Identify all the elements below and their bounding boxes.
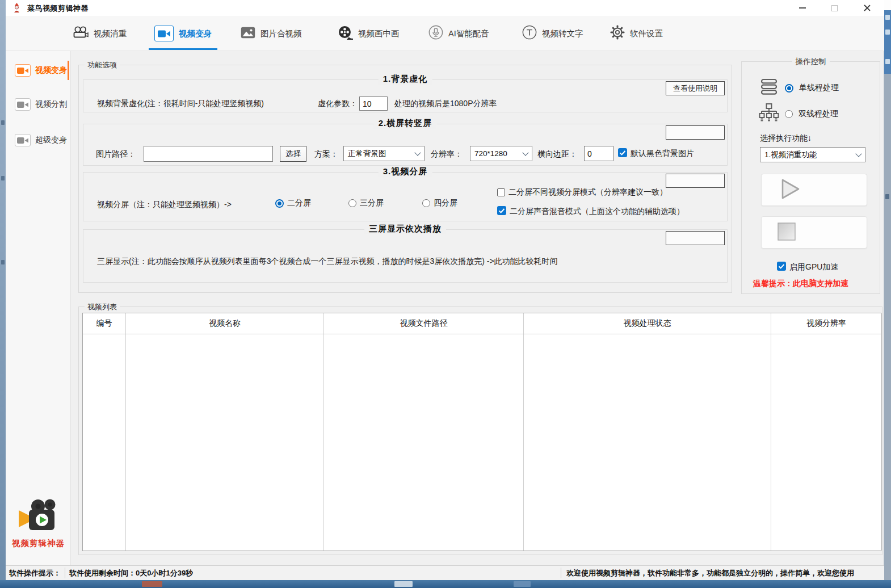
function-select[interactable]: 1.视频消重功能	[760, 147, 865, 162]
status-bar: 软件操作提示： 软件使用剩余时间：0天0小时1分39秒 欢迎使用视频剪辑神器，软…	[6, 565, 884, 580]
close-icon	[863, 4, 871, 12]
text-t-icon	[522, 25, 537, 42]
taskbar-icon-fragment	[394, 581, 413, 587]
desktop-fragment	[1, 176, 5, 180]
help-button[interactable]	[666, 125, 725, 140]
control-panel-title: 操作控制	[792, 57, 830, 67]
radio-selected-icon	[275, 199, 284, 208]
picture-icon	[241, 27, 255, 41]
blur-param-input[interactable]	[359, 96, 388, 111]
checkbox-label: 二分屏声音混音模式（上面这个功能的辅助选项）	[510, 207, 684, 217]
function-value: 1.视频消重功能	[764, 150, 817, 160]
projector-icon	[73, 26, 89, 41]
table-header-divider	[83, 334, 881, 334]
dual-thread-row[interactable]: 双线程处理	[759, 103, 838, 125]
sidebar-item-super-transform[interactable]: 超级变身	[6, 131, 69, 150]
section-title: 2.横屏转竖屏	[374, 118, 437, 129]
status-separator	[65, 568, 65, 578]
chevron-down-icon	[855, 150, 861, 157]
column-header-status[interactable]: 视频处理状态	[524, 318, 771, 329]
tab-label: 视频转文字	[542, 28, 583, 39]
app-logo-icon	[12, 3, 22, 15]
movie-camera-icon	[14, 526, 63, 535]
film-reel-icon	[338, 26, 353, 42]
sidebar-item-label: 视频变身	[35, 65, 67, 75]
column-header-number[interactable]: 编号	[83, 318, 125, 329]
taskbar-icon-fragment	[262, 581, 279, 587]
radio-four-split[interactable]: 四分屏	[422, 198, 457, 208]
desktop-edge-left	[0, 0, 6, 588]
status-prefix: 软件操作提示：	[9, 566, 61, 580]
tab-label: 软件设置	[630, 28, 663, 39]
video-list-table[interactable]: 编号 视频名称 视频文件路径 视频处理状态 视频分辨率	[82, 313, 881, 551]
tab-bar: 视频消重 视频变身 图片合视频	[6, 16, 884, 51]
maximize-button[interactable]	[821, 0, 847, 16]
resolution-select[interactable]: 720*1280	[470, 146, 532, 161]
tab-label: 视频画中画	[358, 28, 400, 39]
control-panel: 操作控制 单线程处理	[741, 61, 880, 294]
features-group-label: 功能选项	[85, 60, 120, 70]
tab-ai-dubbing[interactable]: AI智能配音	[428, 16, 489, 51]
tab-video-to-text[interactable]: 视频转文字	[522, 16, 583, 51]
desktop-fragment	[1, 260, 5, 264]
background-window-fragment	[885, 30, 890, 35]
tab-image-to-video[interactable]: 图片合视频	[241, 16, 302, 51]
app-logo: 视频剪辑神器	[6, 498, 71, 549]
image-path-input[interactable]	[144, 146, 273, 162]
tab-settings[interactable]: 软件设置	[610, 16, 663, 51]
resolution-label: 分辨率：	[431, 149, 463, 159]
taskbar-sliver	[0, 580, 891, 588]
taskbar-icon-fragment	[142, 581, 162, 587]
audio-mix-checkbox[interactable]: 二分屏声音混音模式（上面这个功能的辅助选项）	[497, 206, 684, 217]
table-column: 视频文件路径	[324, 313, 524, 551]
title-bar: 菜鸟视频剪辑神器	[6, 0, 884, 16]
checkbox-checked-icon	[777, 262, 786, 272]
choose-button[interactable]: 选择	[280, 146, 306, 162]
stop-button[interactable]	[761, 216, 867, 249]
sidebar-item-video-transform[interactable]: 视频变身	[6, 61, 69, 80]
margin-input[interactable]	[584, 146, 613, 161]
taskbar-icon-fragment	[514, 581, 531, 587]
start-button[interactable]	[761, 174, 867, 206]
stop-icon	[776, 221, 797, 244]
checkbox-label: 默认黑色背景图片	[631, 149, 694, 159]
section-title: 3.视频分屏	[379, 166, 432, 177]
table-column: 视频分辨率	[771, 313, 882, 551]
column-header-file-path[interactable]: 视频文件路径	[324, 318, 523, 329]
minimize-button[interactable]	[789, 0, 816, 16]
radio-three-split[interactable]: 三分屏	[348, 198, 384, 208]
sidebar: 视频变身 视频分割 超级变身	[6, 51, 71, 580]
video-camera-icon	[154, 26, 174, 41]
tab-video-dedup[interactable]: 视频消重	[73, 16, 127, 51]
sidebar-item-video-split[interactable]: 视频分割	[6, 95, 69, 114]
microphone-icon	[428, 25, 443, 42]
radio-icon	[348, 199, 356, 207]
tab-video-transform[interactable]: 视频变身	[154, 16, 212, 51]
help-button[interactable]	[666, 231, 725, 245]
checkbox-checked-icon	[618, 148, 627, 159]
single-thread-row[interactable]: 单线程处理	[759, 78, 839, 98]
close-button[interactable]	[854, 0, 880, 16]
different-video-split-checkbox[interactable]: 二分屏不同视频分屏模式（分辨率建议一致）	[497, 187, 667, 198]
scheme-label: 方案：	[314, 149, 338, 159]
gear-icon	[610, 25, 625, 42]
radio-two-split[interactable]: 二分屏	[275, 198, 311, 208]
help-button[interactable]	[666, 174, 725, 188]
checkbox-checked-icon	[497, 206, 506, 217]
image-path-label: 图片路径：	[96, 149, 136, 159]
background-window-fragment	[885, 15, 890, 20]
black-background-checkbox[interactable]: 默认黑色背景图片	[618, 148, 694, 159]
tab-picture-in-picture[interactable]: 视频画中画	[338, 16, 400, 51]
scheme-select[interactable]: 正常背景图	[343, 146, 425, 161]
section-landscape-to-portrait: 2.横屏转竖屏 图片路径： 选择 方案： 正常背景图 分辨率： 720*1280…	[83, 124, 728, 166]
help-button[interactable]: 查看使用说明	[666, 81, 725, 95]
radio-label: 二分屏	[287, 198, 311, 208]
column-header-resolution[interactable]: 视频分辨率	[771, 318, 881, 329]
column-header-video-name[interactable]: 视频名称	[126, 318, 323, 329]
video-camera-icon	[15, 64, 31, 77]
sidebar-item-label: 超级变身	[35, 135, 67, 145]
chevron-down-icon	[522, 149, 528, 156]
section-title: 三屏显示依次播放	[364, 224, 446, 234]
section-background-blur: 1.背景虚化 查看使用说明 视频背景虚化(注：很耗时间-只能处理竖频视频) 虚化…	[83, 79, 728, 112]
gpu-acceleration-checkbox[interactable]: 启用GPU加速	[777, 262, 838, 272]
